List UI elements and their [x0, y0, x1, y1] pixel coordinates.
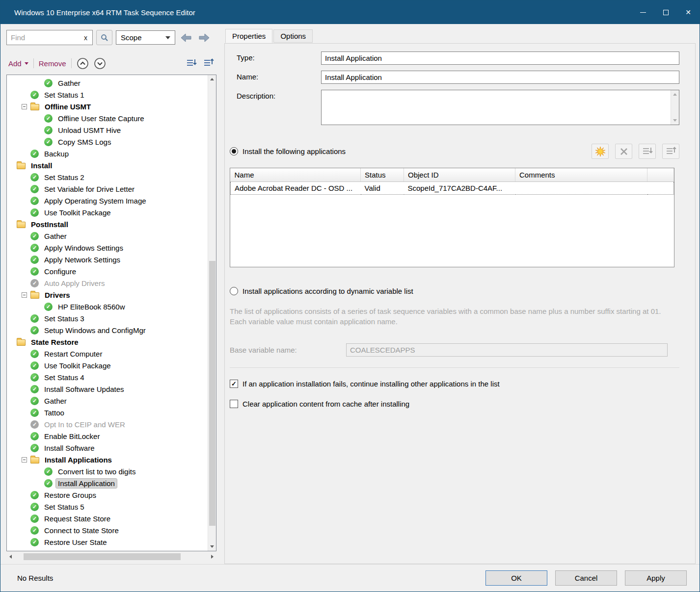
tab-properties-label: Properties — [232, 32, 266, 40]
tree-collapse-icon[interactable] — [22, 104, 27, 109]
tree-item-offline-user-state-capture[interactable]: ✓Offline User State Capture — [7, 112, 208, 124]
scroll-down-icon[interactable] — [208, 542, 216, 551]
forward-button[interactable] — [197, 30, 212, 45]
tree-item-setup-windows-and-configmgr[interactable]: ✓Setup Windows and ConfigMgr — [7, 324, 208, 336]
continue-on-fail-checkbox-row[interactable]: If an application installation fails, co… — [230, 380, 679, 388]
tree-item-copy-sms-logs[interactable]: ✓Copy SMS Logs — [7, 136, 208, 148]
tree-item-label: Request State Store — [42, 514, 112, 523]
tree-item-gather[interactable]: ✓Gather — [7, 77, 208, 89]
task-sequence-tree[interactable]: ✓Gather✓Set Status 1Offline USMT✓Offline… — [7, 75, 208, 551]
tree-item-set-status-3[interactable]: ✓Set Status 3 — [7, 312, 208, 324]
apply-button[interactable]: Apply — [625, 570, 687, 586]
column-header-name[interactable]: Name — [231, 168, 361, 182]
clear-cache-checkbox-row[interactable]: Clear application content from cache aft… — [230, 400, 679, 408]
tree-item-apply-windows-settings[interactable]: ✓Apply Windows Settings — [7, 242, 208, 254]
tree-item-use-toolkit-package[interactable]: ✓Use Toolkit Package — [7, 206, 208, 218]
minimize-button[interactable] — [632, 0, 654, 24]
tree-item-gather[interactable]: ✓Gather — [7, 230, 208, 242]
tree-item-hp-elitebook-8560w[interactable]: ✓HP EliteBook 8560w — [7, 301, 208, 312]
titlebar[interactable]: Windows 10 Enterprise x64 RTM Task Seque… — [0, 0, 700, 24]
move-down-button[interactable] — [94, 57, 106, 70]
tree-item-configure[interactable]: ✓Configure — [7, 265, 208, 277]
tree-item-apply-operating-system-image[interactable]: ✓Apply Operating System Image — [7, 195, 208, 206]
scope-value: Scope — [121, 33, 142, 42]
check-icon: ✓ — [30, 91, 39, 99]
clear-find-button[interactable]: x — [83, 34, 88, 42]
folder-icon — [30, 292, 39, 299]
dynamic-list-radio[interactable] — [230, 287, 238, 295]
tree-item-gather[interactable]: ✓Gather — [7, 395, 208, 407]
tab-options[interactable]: Options — [273, 29, 313, 43]
tree-item-enable-bitlocker[interactable]: ✓Enable BitLocker — [7, 430, 208, 442]
tree-collapse-icon[interactable] — [22, 457, 27, 463]
scope-dropdown[interactable]: Scope — [116, 30, 175, 45]
tree-vertical-scrollbar[interactable] — [208, 75, 216, 551]
tree-item-drivers[interactable]: Drivers — [7, 289, 208, 301]
tree-item-apply-network-settings[interactable]: ✓Apply Network Settings — [7, 254, 208, 265]
tree-item-set-variable-for-drive-letter[interactable]: ✓Set Variable for Drive Letter — [7, 183, 208, 195]
tree-item-install-software[interactable]: ✓Install Software — [7, 442, 208, 454]
tree-item-install-application[interactable]: ✓Install Application — [7, 477, 208, 489]
tree-collapse-icon[interactable] — [22, 292, 27, 298]
collapse-all-button[interactable] — [186, 58, 197, 69]
tree-item-restore-user-state[interactable]: ✓Restore User State — [7, 536, 208, 548]
maximize-button[interactable] — [654, 0, 677, 24]
move-up-button[interactable] — [77, 57, 89, 70]
new-application-button[interactable] — [592, 144, 609, 159]
remove-button[interactable]: Remove — [39, 59, 66, 68]
scroll-up-icon[interactable] — [208, 75, 216, 83]
install-list-radio[interactable] — [230, 147, 238, 155]
scroll-right-icon[interactable] — [208, 552, 216, 561]
expand-all-button[interactable] — [203, 58, 215, 69]
horizontal-scroll-thumb[interactable] — [24, 553, 181, 560]
vertical-scroll-thumb[interactable] — [209, 261, 215, 526]
tree-item-request-state-store[interactable]: ✓Request State Store — [7, 513, 208, 524]
tree-item-restart-computer[interactable]: ✓Restart Computer — [7, 348, 208, 360]
tree-item-offline-usmt[interactable]: Offline USMT — [7, 101, 208, 112]
column-header-status[interactable]: Status — [361, 168, 404, 182]
tree-item-state-restore[interactable]: State Restore — [7, 336, 208, 348]
tree-item-set-status-1[interactable]: ✓Set Status 1 — [7, 89, 208, 101]
ok-button[interactable]: OK — [485, 570, 547, 586]
tree-item-set-status-2[interactable]: ✓Set Status 2 — [7, 171, 208, 183]
find-input[interactable] — [11, 33, 83, 42]
tree-item-unload-usmt-hive[interactable]: ✓Unload USMT Hive — [7, 124, 208, 136]
tree-item-install-software-updates[interactable]: ✓Install Software Updates — [7, 383, 208, 395]
tree-item-connect-to-state-store[interactable]: ✓Connect to State Store — [7, 524, 208, 536]
back-button[interactable] — [179, 30, 193, 45]
check-icon: ✓ — [30, 409, 39, 417]
column-header-comments[interactable]: Comments — [515, 168, 647, 182]
tree-item-auto-apply-drivers[interactable]: ✓Auto Apply Drivers — [7, 277, 208, 289]
tree-item-install-applications[interactable]: Install Applications — [7, 454, 208, 465]
horizontal-scroll-track[interactable] — [15, 552, 208, 561]
description-field[interactable] — [321, 90, 679, 125]
continue-on-fail-checkbox[interactable] — [230, 380, 238, 388]
scroll-left-icon[interactable] — [6, 552, 15, 561]
cancel-button[interactable]: Cancel — [555, 570, 617, 586]
tree-item-install[interactable]: Install — [7, 159, 208, 171]
tab-properties[interactable]: Properties — [225, 29, 272, 43]
close-button[interactable]: ✕ — [677, 0, 700, 24]
tree-item-postinstall[interactable]: PostInstall — [7, 218, 208, 230]
dynamic-list-radio-row[interactable]: Install applications according to dynami… — [230, 287, 679, 295]
tree-item-backup[interactable]: ✓Backup — [7, 148, 208, 159]
tree-item-restore-groups[interactable]: ✓Restore Groups — [7, 489, 208, 501]
name-field[interactable] — [321, 71, 679, 84]
add-button[interactable]: Add — [8, 59, 28, 68]
tree-item-set-status-5[interactable]: ✓Set Status 5 — [7, 501, 208, 513]
maximize-icon — [663, 10, 669, 15]
tree-item-opt-in-to-ceip-and-wer[interactable]: ✓Opt In to CEIP and WER — [7, 418, 208, 430]
column-header-object-id[interactable]: Object ID — [404, 168, 515, 182]
tree-item-use-toolkit-package[interactable]: ✓Use Toolkit Package — [7, 360, 208, 371]
tree-item-set-status-4[interactable]: ✓Set Status 4 — [7, 371, 208, 383]
tree-item-tattoo[interactable]: ✓Tattoo — [7, 407, 208, 418]
search-button[interactable] — [96, 30, 112, 45]
tree-item-label: Unload USMT Hive — [56, 126, 123, 135]
install-list-radio-row[interactable]: Install the following applications — [230, 144, 679, 159]
application-row[interactable]: Adobe Acrobat Reader DC - OSD ...ValidSc… — [231, 182, 674, 195]
tree-horizontal-scrollbar[interactable] — [6, 552, 216, 561]
type-field[interactable] — [321, 51, 679, 65]
clear-cache-checkbox[interactable] — [230, 400, 238, 408]
application-cell — [515, 182, 647, 195]
tree-item-convert-list-to-two-digits[interactable]: ✓Convert list to two digits — [7, 465, 208, 477]
